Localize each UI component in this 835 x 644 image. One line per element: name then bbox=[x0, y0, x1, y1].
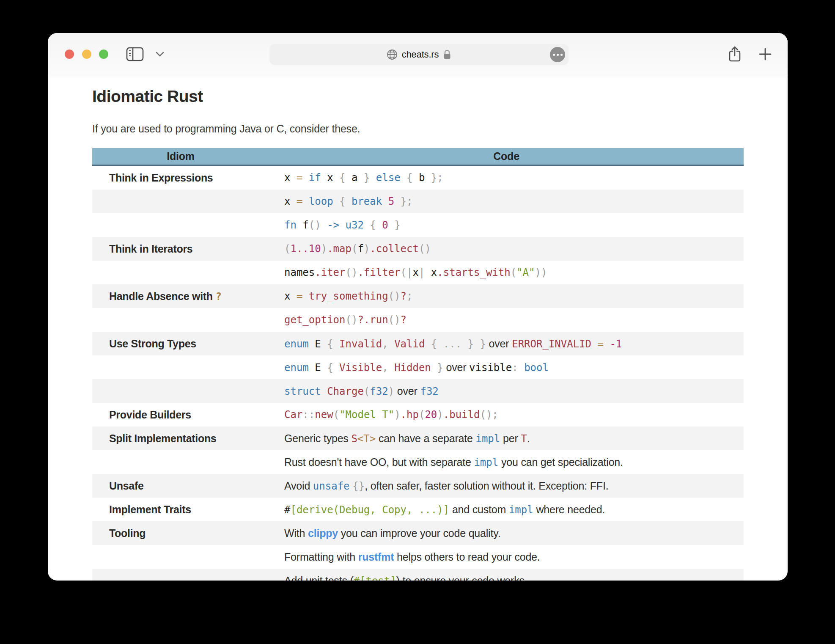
code-segment: -1 bbox=[610, 338, 622, 350]
code-segment: Charge bbox=[327, 385, 364, 397]
idiom-cell: Tooling bbox=[92, 521, 269, 545]
code-segment: Visible bbox=[339, 362, 382, 374]
code-segment: () bbox=[388, 290, 401, 302]
code-segment: ERROR_INVALID bbox=[512, 338, 597, 350]
code-segment: .build bbox=[443, 409, 480, 421]
code-segment: bool bbox=[524, 362, 549, 374]
table-row: get_option()?.run()? bbox=[92, 308, 744, 332]
table-row: Handle Absence with ?x = try_something()… bbox=[92, 284, 744, 308]
code-segment: E bbox=[309, 338, 327, 350]
code-link[interactable]: rustfmt bbox=[358, 551, 394, 563]
table-row: Formatting with rustfmt helps others to … bbox=[92, 545, 744, 569]
code-segment: } bbox=[388, 219, 401, 231]
code-segment: .map bbox=[327, 243, 352, 255]
code-segment: } bbox=[431, 362, 443, 374]
table-header-code: Code bbox=[269, 150, 744, 162]
code-segment: helps others to read your code. bbox=[394, 551, 540, 563]
page-menu-button[interactable] bbox=[550, 47, 565, 62]
code-cell: (1..10).map(f).collect() bbox=[269, 237, 744, 261]
code-segment: Valid bbox=[394, 338, 425, 350]
code-segment: {} bbox=[352, 480, 365, 492]
code-segment: enum bbox=[284, 362, 309, 374]
code-segment: = bbox=[297, 290, 309, 302]
code-segment bbox=[321, 385, 327, 397]
browser-window: cheats.rs Idiomatic Rust If you are used… bbox=[48, 33, 788, 581]
table-row: Provide BuildersCar::new("Model T").hp(2… bbox=[92, 403, 744, 427]
idiom-cell bbox=[92, 545, 269, 569]
code-segment: ( bbox=[333, 409, 339, 421]
code-segment: () bbox=[419, 243, 431, 255]
code-segment: { bbox=[407, 172, 419, 184]
code-segment: try_something bbox=[309, 290, 388, 302]
chevron-down-icon[interactable] bbox=[153, 33, 167, 75]
code-segment: visible bbox=[469, 362, 512, 374]
code-segment: "Model T" bbox=[339, 409, 394, 421]
sidebar-toggle-icon[interactable] bbox=[123, 33, 147, 75]
code-segment: fn bbox=[284, 219, 297, 231]
code-segment bbox=[401, 172, 407, 184]
idiom-cell: Think in Iterators bbox=[92, 237, 269, 261]
page-content: Idiomatic Rust If you are used to progra… bbox=[48, 87, 788, 581]
code-segment: () bbox=[346, 314, 358, 326]
code-segment: }; bbox=[425, 172, 443, 184]
code-segment: over bbox=[486, 338, 512, 350]
code-segment: Generic types bbox=[284, 432, 351, 444]
code-segment: }; bbox=[394, 195, 412, 207]
table-row: names.iter().filter(|x| x.starts_with("A… bbox=[92, 261, 744, 284]
code-cell: Rust doesn't have OO, but with separate … bbox=[269, 450, 744, 474]
code-segment: Hidden bbox=[394, 362, 431, 374]
code-segment: .hp bbox=[401, 409, 419, 421]
table-row: Think in Iterators(1..10).map(f).collect… bbox=[92, 237, 744, 261]
code-segment: ( bbox=[419, 409, 425, 421]
lock-icon bbox=[443, 50, 451, 60]
code-segment: unsafe bbox=[313, 480, 350, 492]
code-segment bbox=[425, 338, 431, 350]
code-segment: ( bbox=[511, 267, 516, 278]
code-segment: , bbox=[382, 338, 394, 350]
code-cell: fn f() -> u32 { 0 } bbox=[269, 213, 744, 237]
page-title: Idiomatic Rust bbox=[92, 87, 744, 106]
table-row: Implement Traits#[derive(Debug, Copy, ..… bbox=[92, 498, 744, 521]
code-segment: impl bbox=[509, 504, 533, 516]
code-segment: and custom bbox=[449, 504, 509, 515]
code-segment: loop bbox=[309, 195, 333, 207]
code-cell: enum E { Invalid, Valid { ... } } over E… bbox=[269, 332, 744, 355]
close-button[interactable] bbox=[65, 50, 74, 59]
table-row: Add unit tests (#[test]) to ensure your … bbox=[92, 569, 744, 581]
code-segment: ) to ensure your code works. bbox=[396, 575, 527, 581]
code-segment: impl bbox=[475, 433, 500, 445]
code-segment: . bbox=[527, 432, 530, 444]
new-tab-icon[interactable] bbox=[753, 33, 777, 75]
code-segment: { bbox=[327, 338, 339, 350]
code-cell: get_option()?.run()? bbox=[269, 308, 744, 332]
minimize-button[interactable] bbox=[82, 50, 91, 59]
idiom-label: Use Strong Types bbox=[109, 338, 196, 350]
code-segment: ; bbox=[407, 290, 412, 302]
code-segment: () bbox=[346, 267, 358, 278]
code-segment: Avoid bbox=[284, 480, 313, 492]
code-segment: x bbox=[284, 195, 297, 207]
table-row: UnsafeAvoid unsafe {}, often safer, fast… bbox=[92, 474, 744, 498]
code-segment: u32 bbox=[346, 219, 364, 231]
code-segment: } bbox=[357, 172, 376, 184]
code-segment: { bbox=[339, 195, 352, 207]
code-cell: With clippy you can improve your code qu… bbox=[269, 521, 744, 545]
code-segment: () bbox=[309, 219, 327, 231]
code-segment: new bbox=[315, 409, 333, 421]
table-row: fn f() -> u32 { 0 } bbox=[92, 213, 744, 237]
code-link[interactable]: clippy bbox=[308, 527, 338, 539]
code-cell: x = loop { break 5 }; bbox=[269, 190, 744, 213]
address-bar[interactable]: cheats.rs bbox=[269, 44, 569, 65]
code-segment: ? bbox=[401, 290, 407, 302]
code-segment: { bbox=[327, 362, 339, 374]
code-segment: f bbox=[357, 243, 363, 255]
code-segment: With bbox=[284, 527, 308, 539]
code-segment: Add unit tests ( bbox=[284, 575, 354, 581]
code-segment: ? bbox=[215, 291, 221, 303]
code-segment: f bbox=[297, 219, 309, 231]
code-segment: over bbox=[394, 385, 420, 397]
zoom-button[interactable] bbox=[99, 50, 108, 59]
code-segment: can have a separate bbox=[376, 432, 475, 444]
share-icon[interactable] bbox=[723, 33, 747, 75]
code-segment bbox=[333, 195, 339, 207]
